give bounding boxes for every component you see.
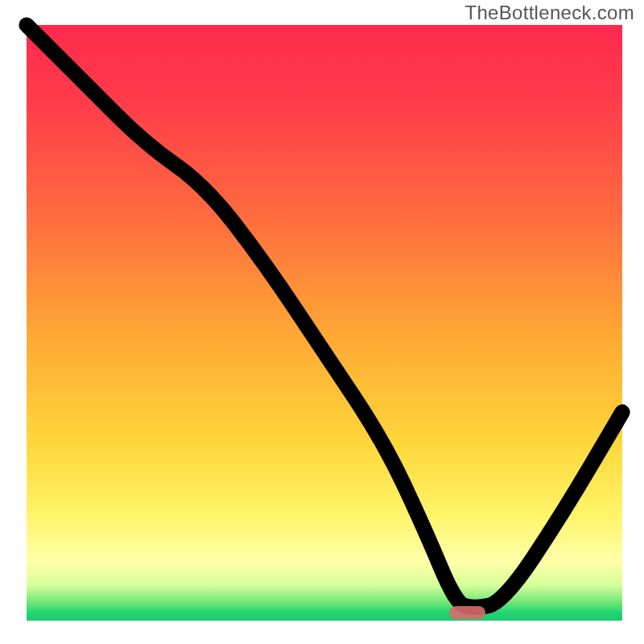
bottleneck-curve [27,25,622,621]
chart-stage: TheBottleneck.com [0,0,644,644]
plot-area [27,25,622,621]
watermark-label: TheBottleneck.com [464,2,634,24]
optimal-marker [449,606,485,619]
